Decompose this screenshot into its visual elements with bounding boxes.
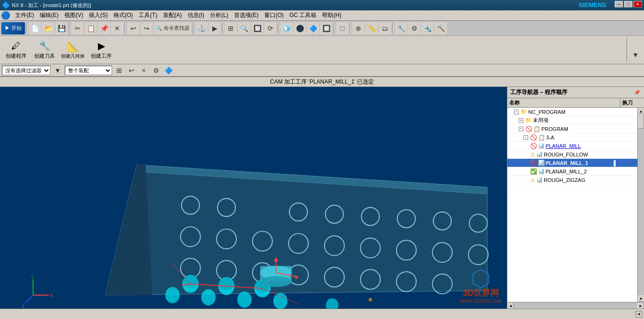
close-button[interactable]: ✕	[634, 1, 642, 8]
measure-btn[interactable]: 📏	[366, 22, 378, 34]
svg-point-32	[219, 277, 234, 290]
create-tool-icon: 🔧	[39, 40, 51, 52]
filter-apply-btn[interactable]: ↩	[127, 66, 136, 75]
toolbar-sep-1	[26, 23, 27, 34]
filter-btn[interactable]: ⊞	[225, 22, 237, 34]
navigator-pin-btn[interactable]: 📌	[633, 89, 641, 96]
cut-button[interactable]: ✂	[71, 22, 84, 34]
create-tool-button[interactable]: 🔧 创建刀具	[30, 37, 59, 63]
tree-row-planar-mill-2[interactable]: ✅ 📊 PLANAR_MILL_2	[507, 167, 637, 176]
svg-point-36	[201, 289, 216, 305]
paste-button[interactable]: 📌	[98, 22, 110, 34]
cube-btn[interactable]: 🧊	[280, 22, 293, 34]
expand-btn[interactable]: ▼	[629, 49, 642, 61]
zoom-btn[interactable]: 🔍	[238, 22, 250, 34]
menu-item-insert[interactable]: 插入(S)	[86, 10, 111, 20]
scroll-up-btn[interactable]: ▲	[638, 108, 644, 114]
svg-point-45	[260, 276, 292, 287]
menu-item-tools[interactable]: 工具(T)	[136, 10, 160, 20]
menu-item-assembly[interactable]: 装配(A)	[160, 10, 185, 20]
3d-scene: X Y Z ⬡ 3D世界网 WWW.3DSJW.COM	[0, 97, 507, 309]
tree-row-rough-follow[interactable]: ⚠ 📊 ROUGH_FOLLOW	[507, 150, 637, 159]
scroll-right-btn[interactable]: ►	[637, 302, 644, 309]
horizontal-scrollbar[interactable]: ◄ ►	[507, 302, 644, 309]
tree-scrollbar[interactable]: ▲ ▼	[637, 108, 644, 302]
view3d-btn[interactable]: 🔲	[251, 22, 263, 34]
tree-row-unused[interactable]: + 📁 未用项	[507, 116, 637, 125]
iso-btn[interactable]: 🔲	[320, 22, 332, 34]
cam-btn-2[interactable]: ⚙	[408, 22, 420, 34]
menu-item-gc[interactable]: GC 工具箱	[287, 10, 319, 20]
filter-clear-btn[interactable]: ×	[139, 66, 148, 75]
filter-icon-btn[interactable]: ⊞	[114, 66, 124, 75]
tree-row-planar-mill-1[interactable]: 🚫 📊 PLANAR_MILL_1 ▌	[507, 159, 637, 167]
scroll-h-track[interactable]	[514, 302, 637, 309]
open-button[interactable]: 📂	[42, 22, 54, 34]
scroll-track[interactable]	[638, 114, 644, 295]
viewport-svg: X Y Z	[0, 97, 507, 309]
snap-button[interactable]: ⚓	[195, 22, 208, 34]
rotate-btn[interactable]: ⟳	[264, 22, 277, 34]
cam-btn-4[interactable]: 🔨	[435, 22, 447, 34]
copy-button[interactable]: 📋	[85, 22, 97, 34]
viewport[interactable]: X Y Z ⬡ 3D世界网 WWW.3DSJW.COM	[0, 87, 507, 309]
unused-label: 未用项	[533, 117, 548, 124]
expand-3a[interactable]: −	[523, 135, 528, 140]
svg-point-56	[368, 298, 372, 302]
select-button[interactable]: ▶	[209, 22, 221, 34]
scroll-left-btn[interactable]: ◄	[507, 302, 514, 309]
expand-unused[interactable]: +	[519, 118, 523, 123]
program-navigator-panel: 工序导航器 – 程序顺序 📌 名称 换刀 − 📁 NC_PROGRAM	[507, 87, 644, 309]
menu-item-info[interactable]: 信息(I)	[185, 10, 207, 20]
tree-row-rough-zigzag[interactable]: ⚠ 📊 ROUGH_ZIGZAG	[507, 176, 637, 184]
scroll-down-btn[interactable]: ▼	[638, 295, 644, 302]
tree-row-planar-mill[interactable]: 🚫 📊 PLANAR_MILL	[507, 142, 637, 150]
menu-item-preferences[interactable]: 首选项(E)	[231, 10, 261, 20]
toolbar-sep-4	[193, 23, 194, 34]
scroll-thumb[interactable]	[638, 114, 644, 129]
delete-button[interactable]: ✕	[111, 22, 123, 34]
create-operation-button[interactable]: ▶ 创建工序	[87, 37, 115, 63]
section-btn[interactable]: □	[336, 22, 348, 34]
new-button[interactable]: 📄	[29, 22, 41, 34]
menu-item-help[interactable]: 帮助(H)	[319, 10, 344, 20]
create-geometry-button[interactable]: 📐 创建几何体	[59, 37, 87, 63]
selection-filter-select[interactable]: 没有选择过滤器	[2, 66, 51, 75]
layer-btn[interactable]: 🗂	[379, 22, 391, 34]
cam-btn-1[interactable]: 🔧	[395, 22, 407, 34]
undo-button[interactable]: ↩	[127, 22, 139, 34]
expand-nc-program[interactable]: −	[514, 110, 519, 114]
start-button[interactable]: ▶ 开始	[1, 22, 25, 34]
tree-header: 名称 换刀	[507, 98, 644, 108]
cam-btn-3[interactable]: 🔩	[421, 22, 434, 34]
tree-row-nc-program[interactable]: − 📁 NC_PROGRAM	[507, 108, 637, 116]
create-program-button[interactable]: 🖊 创建程序	[2, 37, 30, 63]
snap2-btn[interactable]: ⊕	[352, 22, 365, 34]
menu-item-format[interactable]: 格式(O)	[111, 10, 136, 20]
wire-btn[interactable]: 🔷	[307, 22, 319, 34]
tree-row-3a[interactable]: − 🚫 📋 3-A	[507, 133, 637, 142]
status-bar-buttons: ◄	[635, 311, 642, 318]
menu-item-view[interactable]: 视图(V)	[61, 10, 86, 20]
filter-options-button[interactable]: ▼	[53, 66, 62, 75]
tree-view[interactable]: − 📁 NC_PROGRAM + 📁 未用项	[507, 108, 637, 302]
maximize-button[interactable]: □	[624, 1, 633, 8]
expand-program[interactable]: −	[519, 127, 523, 131]
filter-extra-btn[interactable]: 🔷	[164, 66, 173, 75]
status-expand-btn[interactable]: ◄	[635, 311, 642, 318]
menu-item-file[interactable]: 文件(E)	[12, 10, 37, 20]
assembly-filter-select[interactable]: 整个装配	[65, 66, 112, 75]
command-finder[interactable]: 🔍 命令查找器	[154, 22, 191, 34]
menu-item-window[interactable]: 窗口(O)	[261, 10, 287, 20]
menu-item-analysis[interactable]: 分析(L)	[207, 10, 231, 20]
save-button[interactable]: 💾	[55, 22, 68, 34]
3a-folder-icon: 📋	[538, 134, 545, 141]
minimize-button[interactable]: —	[615, 1, 623, 8]
redo-button[interactable]: ↪	[140, 22, 153, 34]
tree-row-program[interactable]: − 🚫 📋 PROGRAM	[507, 125, 637, 133]
create-program-icon: 🖊	[11, 41, 21, 52]
filter-settings-btn[interactable]: ⚙	[151, 66, 161, 75]
menu-item-edit[interactable]: 编辑(E)	[37, 10, 61, 20]
program-folder-icon: 📋	[533, 126, 540, 132]
shade-btn[interactable]: 🌑	[294, 22, 306, 34]
